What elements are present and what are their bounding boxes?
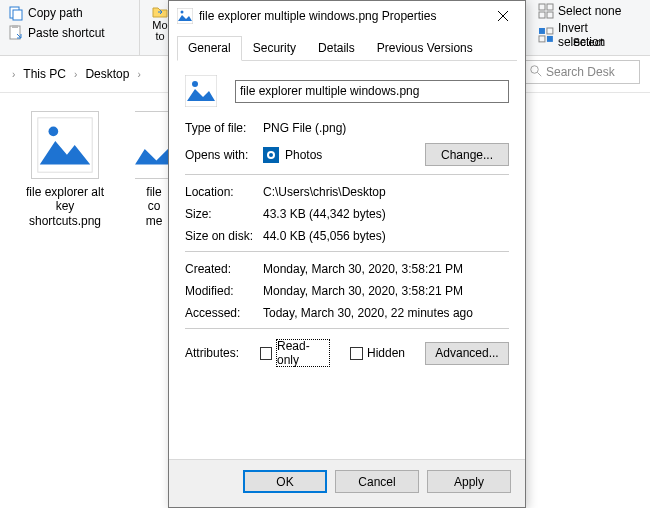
created-label: Created:	[185, 262, 263, 276]
breadcrumb-desktop[interactable]: Desktop	[85, 67, 129, 81]
svg-point-12	[531, 65, 539, 73]
advanced-button[interactable]: Advanced...	[425, 342, 509, 365]
select-group: Select none Invert selection Select	[538, 2, 638, 50]
size-label: Size:	[185, 207, 263, 221]
breadcrumb-this-pc[interactable]: This PC	[23, 67, 66, 81]
select-none-label: Select none	[558, 4, 621, 18]
image-file-icon	[177, 8, 193, 24]
dialog-buttons: OK Cancel Apply	[169, 459, 525, 507]
checkbox-icon	[260, 347, 272, 360]
read-only-checkbox[interactable]: Read-only	[260, 339, 330, 367]
svg-point-22	[181, 11, 184, 14]
paste-shortcut-icon	[8, 25, 24, 41]
ok-button[interactable]: OK	[243, 470, 327, 493]
filename-input[interactable]	[235, 80, 509, 103]
select-caption: Select	[538, 36, 638, 48]
svg-rect-4	[539, 4, 545, 10]
copy-path-icon	[8, 5, 24, 21]
chevron-right-icon: ›	[68, 69, 83, 80]
select-none-button[interactable]: Select none	[538, 2, 638, 20]
paste-shortcut-button[interactable]: Paste shortcut	[4, 23, 135, 43]
checkbox-icon	[350, 347, 363, 360]
divider	[185, 251, 509, 252]
opens-with-value: Photos	[285, 148, 425, 162]
file-label: file explorer alt key shortcuts.png	[20, 185, 110, 228]
copy-path-label: Copy path	[28, 6, 83, 20]
tab-details[interactable]: Details	[307, 36, 366, 61]
size-value: 43.3 KB (44,342 bytes)	[263, 207, 509, 221]
location-label: Location:	[185, 185, 263, 199]
hidden-checkbox[interactable]: Hidden	[350, 346, 405, 360]
modified-value: Monday, March 30, 2020, 3:58:21 PM	[263, 284, 509, 298]
size-on-disk-value: 44.0 KB (45,056 bytes)	[263, 229, 509, 243]
apply-button[interactable]: Apply	[427, 470, 511, 493]
close-button[interactable]	[480, 1, 525, 31]
divider	[185, 174, 509, 175]
copy-path-button[interactable]: Copy path	[4, 3, 135, 23]
clipboard-group: Copy path Paste shortcut aste	[0, 0, 140, 56]
dialog-title: file explorer multiple windows.png Prope…	[199, 9, 480, 23]
created-value: Monday, March 30, 2020, 3:58:21 PM	[263, 262, 509, 276]
close-icon	[498, 11, 508, 21]
image-file-icon	[185, 75, 217, 107]
divider	[185, 328, 509, 329]
type-of-file-value: PNG File (.png)	[263, 121, 509, 135]
opens-with-label: Opens with:	[185, 148, 263, 162]
select-none-icon	[538, 3, 554, 19]
cancel-button[interactable]: Cancel	[335, 470, 419, 493]
size-on-disk-label: Size on disk:	[185, 229, 263, 243]
modified-label: Modified:	[185, 284, 263, 298]
search-input[interactable]: Search Desk	[525, 60, 640, 84]
move-to-icon	[152, 4, 168, 20]
tab-general[interactable]: General	[177, 36, 242, 61]
dialog-tabs: General Security Details Previous Versio…	[177, 35, 517, 61]
svg-rect-9	[547, 28, 553, 34]
location-value: C:\Users\chris\Desktop	[263, 185, 509, 199]
svg-point-30	[269, 153, 273, 157]
svg-point-17	[49, 127, 59, 137]
tab-previous-versions[interactable]: Previous Versions	[366, 36, 484, 61]
svg-rect-3	[12, 25, 18, 28]
search-icon	[530, 65, 542, 80]
type-of-file-label: Type of file:	[185, 121, 263, 135]
chevron-right-icon: ›	[6, 69, 21, 80]
svg-rect-1	[13, 10, 22, 20]
chevron-right-icon: ›	[131, 69, 146, 80]
svg-rect-20	[177, 8, 193, 24]
image-file-icon	[31, 111, 99, 179]
photos-app-icon	[263, 147, 279, 163]
tab-security[interactable]: Security	[242, 36, 307, 61]
search-placeholder: Search Desk	[546, 65, 615, 79]
svg-rect-25	[185, 75, 217, 107]
accessed-value: Today, March 30, 2020, 22 minutes ago	[263, 306, 509, 320]
svg-rect-18	[135, 112, 172, 178]
accessed-label: Accessed:	[185, 306, 263, 320]
file-item[interactable]: file explorer alt key shortcuts.png	[20, 111, 110, 228]
svg-rect-8	[539, 28, 545, 34]
read-only-label: Read-only	[276, 339, 330, 367]
attributes-label: Attributes:	[185, 346, 260, 360]
svg-line-13	[538, 72, 542, 76]
paste-shortcut-label: Paste shortcut	[28, 26, 105, 40]
svg-rect-5	[547, 4, 553, 10]
hidden-label: Hidden	[367, 346, 405, 360]
svg-rect-7	[547, 12, 553, 18]
dialog-titlebar[interactable]: file explorer multiple windows.png Prope…	[169, 1, 525, 31]
general-pane: Type of file: PNG File (.png) Opens with…	[169, 61, 525, 459]
change-button[interactable]: Change...	[425, 143, 509, 166]
properties-dialog: file explorer multiple windows.png Prope…	[168, 0, 526, 508]
svg-point-27	[192, 81, 198, 87]
svg-rect-6	[539, 12, 545, 18]
